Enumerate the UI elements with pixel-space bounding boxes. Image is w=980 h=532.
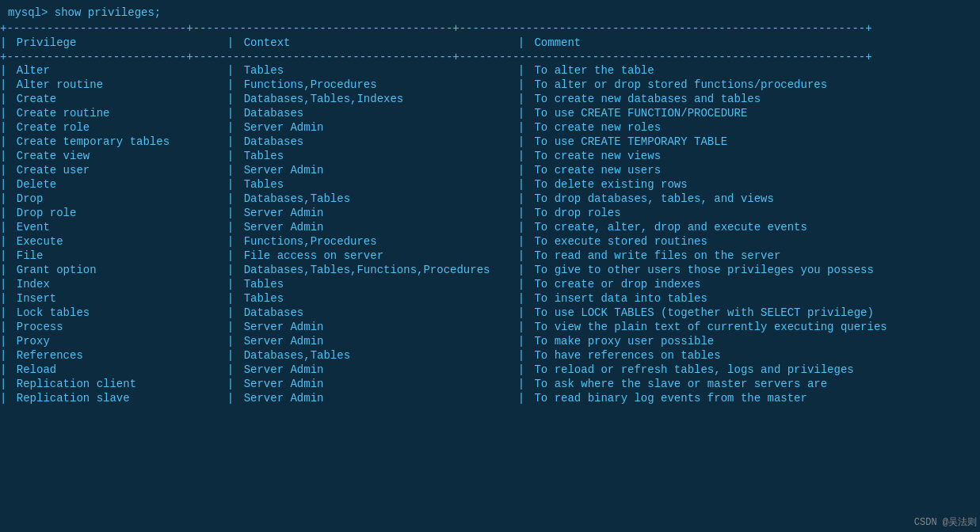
cell-privilege: Proxy [13,335,227,348]
cell-comment: To make proxy user possible [531,335,980,348]
cell-context: Tables [241,64,518,77]
table-row: | References| Databases,Tables| To have … [0,348,980,363]
cell-privilege: Index [13,278,227,291]
cell-comment: To drop databases, tables, and views [531,192,980,205]
table-container: +---------------------------+-----------… [0,22,980,405]
cell-comment: To alter or drop stored functions/proced… [531,78,980,91]
cell-privilege: File [13,249,227,262]
table-row: | Create role| Server Admin| To create n… [0,120,980,135]
terminal-window: mysql> show privileges; +---------------… [0,0,980,532]
table-row: | Process| Server Admin| To view the pla… [0,320,980,334]
cell-privilege: Create role [13,121,227,134]
header-privilege: Privilege [13,36,227,49]
cell-privilege: Insert [13,292,227,305]
cell-privilege: Create temporary tables [13,135,227,148]
table-row: | Replication client| Server Admin| To a… [0,377,980,391]
table-row: | Alter| Tables| To alter the table | [0,63,980,78]
cell-context: Databases,Tables,Functions,Procedures [241,264,518,276]
table-row: | Delete| Tables| To delete existing row… [0,177,980,192]
data-rows: | Alter| Tables| To alter the table || A… [0,63,980,405]
header-divider: +---------------------------+-----------… [0,51,980,63]
cell-comment: To read and write files on the server [531,249,980,262]
cell-privilege: Create [13,93,227,105]
table-row: | Create user| Server Admin| To create n… [0,163,980,177]
table-row: | Proxy| Server Admin| To make proxy use… [0,334,980,348]
cell-context: Tables [241,150,518,162]
table-row: | Create| Databases,Tables,Indexes| To c… [0,92,980,106]
cell-context: Server Admin [241,221,518,234]
cell-context: Databases,Tables [241,349,518,362]
command-line: mysql> show privileges; [0,0,980,22]
cell-context: Server Admin [241,378,518,390]
cell-privilege: Drop [13,192,227,205]
table-row: | Alter routine| Functions,Procedures| T… [0,78,980,92]
cell-context: Functions,Procedures [241,235,518,248]
header-comment: Comment [531,36,980,49]
cell-context: Databases [241,107,518,120]
cell-comment: To drop roles [531,207,980,219]
cell-comment: To give to other users those privileges … [531,264,980,276]
cell-privilege: Execute [13,235,227,248]
cell-comment: To execute stored routines [531,235,980,248]
cell-privilege: Grant option [13,264,227,276]
cell-context: Server Admin [241,164,518,177]
table-row: | Index| Tables| To create or drop index… [0,277,980,291]
table-row: | Create routine| Databases| To use CREA… [0,106,980,120]
cell-privilege: Create view [13,150,227,162]
cell-privilege: Event [13,221,227,234]
table-row: | Create view| Tables| To create new vie… [0,149,980,163]
table-row: | Drop role| Server Admin| To drop roles… [0,206,980,220]
table-row: | Grant option| Databases,Tables,Functio… [0,263,980,277]
cell-comment: To insert data into tables [531,292,980,305]
table-row: | Reload| Server Admin| To reload or ref… [0,363,980,377]
cell-privilege: Lock tables [13,306,227,319]
table-row: | Replication slave| Server Admin| To re… [0,391,980,405]
cell-context: Server Admin [241,335,518,348]
cell-context: Server Admin [241,321,518,333]
cell-privilege: Alter [13,64,227,77]
watermark: CSDN @吴法则 [914,515,977,529]
table-row: | Insert| Tables| To insert data into ta… [0,291,980,306]
cell-privilege: Create routine [13,107,227,120]
cell-context: Databases,Tables,Indexes [241,93,518,105]
cell-comment: To read binary log events from the maste… [531,392,980,405]
cell-privilege: Process [13,321,227,333]
cell-context: Server Admin [241,207,518,219]
cell-comment: To create new databases and tables [531,93,980,105]
cell-comment: To use CREATE FUNCTION/PROCEDURE [531,107,980,120]
cell-comment: To create new views [531,150,980,162]
cell-comment: To use LOCK TABLES (together with SELECT… [531,306,980,319]
table-row: | Lock tables| Databases| To use LOCK TA… [0,306,980,320]
cell-comment: To delete existing rows [531,178,980,191]
table-row: | Drop| Databases,Tables| To drop databa… [0,192,980,206]
cell-context: File access on server [241,249,518,262]
cell-context: Server Admin [241,121,518,134]
cell-privilege: Reload [13,363,227,376]
cell-privilege: Replication slave [13,392,227,405]
table-row: | Execute| Functions,Procedures| To exec… [0,234,980,249]
cell-context: Functions,Procedures [241,78,518,91]
cell-comment: To ask where the slave or master servers… [531,378,980,390]
cell-comment: To reload or refresh tables, logs and pr… [531,363,980,376]
cell-privilege: Replication client [13,378,227,390]
cell-privilege: Alter routine [13,78,227,91]
top-divider: +---------------------------+-----------… [0,22,980,35]
header-context: Context [241,36,518,49]
cell-context: Tables [241,178,518,191]
cell-comment: To create or drop indexes [531,278,980,291]
table-row: | Event| Server Admin| To create, alter,… [0,220,980,234]
cell-privilege: Delete [13,178,227,191]
cell-privilege: Drop role [13,207,227,219]
cell-comment: To create new roles [531,121,980,134]
cell-context: Databases [241,306,518,319]
cell-comment: To create, alter, drop and execute event… [531,221,980,234]
cell-comment: To create new users [531,164,980,177]
cell-context: Databases [241,135,518,148]
cell-privilege: References [13,349,227,362]
table-row: | Create temporary tables| Databases| To… [0,135,980,149]
cell-comment: To alter the table [531,64,980,77]
cell-comment: To have references on tables [531,349,980,362]
cell-comment: To use CREATE TEMPORARY TABLE [531,135,980,148]
cell-context: Server Admin [241,392,518,405]
cell-context: Server Admin [241,363,518,376]
